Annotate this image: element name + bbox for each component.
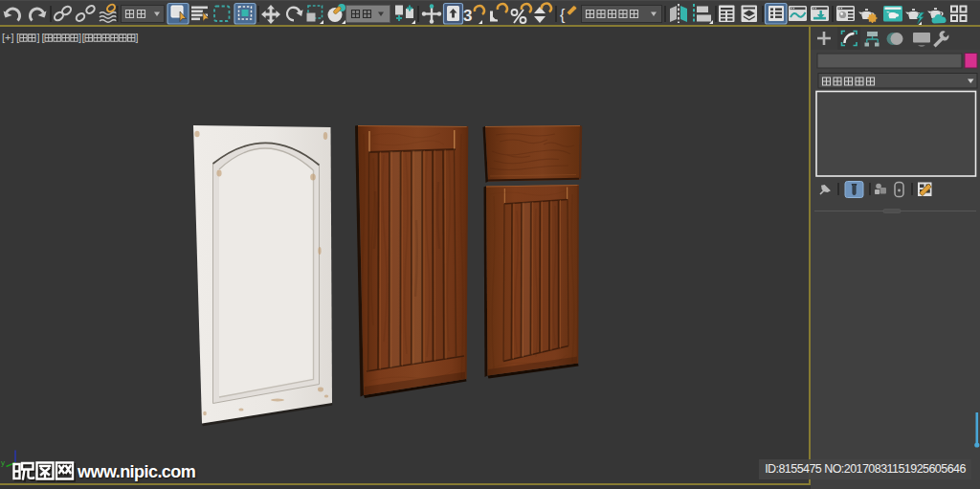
- svg-text:{: {: [560, 7, 566, 23]
- svg-text:3: 3: [463, 7, 472, 25]
- svg-text:y: y: [1, 458, 5, 467]
